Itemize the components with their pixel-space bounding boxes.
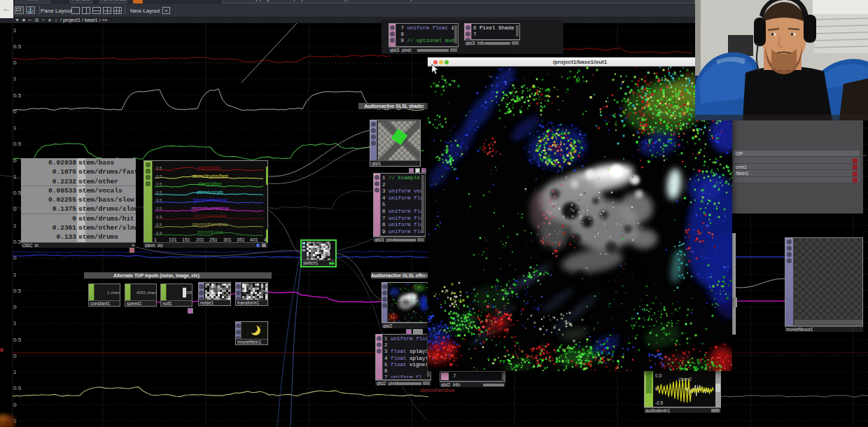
svg-text:0.5: 0.5: [156, 223, 162, 227]
svg-text:0.5: 0.5: [156, 215, 162, 219]
svg-text:stem/drums: stem/drums: [197, 229, 223, 235]
svg-text:1: 1: [13, 125, 17, 131]
svg-text:0.5: 0.5: [655, 373, 662, 378]
svg-text:0.5: 0.5: [13, 337, 22, 343]
svg-text:0.5: 0.5: [156, 166, 162, 170]
svg-text:stem/drums/fast: stem/drums/fast: [192, 173, 227, 179]
svg-text:0: 0: [13, 59, 17, 66]
svg-text:301: 301: [223, 237, 232, 242]
svg-text:stem/drums/hit: stem/drums/hit: [193, 213, 226, 219]
svg-text:251: 251: [209, 237, 218, 242]
svg-text:0.5: 0.5: [156, 190, 162, 195]
svg-text:0: 0: [13, 304, 17, 310]
svg-text:351: 351: [237, 237, 245, 242]
svg-text:0.5: 0.5: [156, 198, 162, 202]
svg-text:1: 1: [13, 272, 17, 278]
svg-text:chan2: chan2: [678, 377, 692, 382]
svg-text:stem/drums/slow: stem/drums/slow: [191, 205, 230, 211]
svg-text:0.5: 0.5: [13, 239, 22, 245]
svg-text:stem/other: stem/other: [198, 181, 223, 187]
svg-text:0.5: 0.5: [156, 174, 162, 178]
svg-text:0.5: 0.5: [156, 231, 162, 235]
svg-text:-0.5: -0.5: [655, 400, 664, 405]
svg-text:stem/bass: stem/bass: [199, 164, 222, 171]
svg-text:0.5: 0.5: [13, 385, 22, 391]
svg-text:201: 201: [196, 237, 204, 242]
svg-text:401: 401: [250, 237, 258, 242]
svg-text:1: 1: [154, 237, 157, 242]
svg-text:0.5: 0.5: [13, 43, 22, 50]
svg-text:151: 151: [182, 237, 190, 242]
svg-text:0: 0: [13, 353, 17, 359]
svg-text:101: 101: [169, 237, 177, 242]
svg-text:1: 1: [13, 320, 17, 326]
svg-text:0.5: 0.5: [13, 288, 22, 294]
svg-text:1: 1: [13, 27, 17, 34]
svg-text:0: 0: [655, 386, 658, 391]
svg-text:1: 1: [13, 223, 17, 229]
svg-text:1: 1: [13, 369, 17, 375]
svg-text:0.5: 0.5: [156, 182, 162, 186]
svg-text:stem/bass/slow: stem/bass/slow: [192, 197, 227, 203]
svg-text:stem/vocals: stem/vocals: [197, 189, 223, 195]
svg-text:1: 1: [13, 76, 17, 82]
svg-text:stem/other/slow: stem/other/slow: [192, 221, 228, 227]
svg-text:0.5: 0.5: [13, 92, 22, 99]
svg-text:0.5: 0.5: [156, 206, 162, 211]
svg-text:0.5: 0.5: [13, 190, 22, 196]
svg-text:0.5: 0.5: [13, 141, 22, 147]
